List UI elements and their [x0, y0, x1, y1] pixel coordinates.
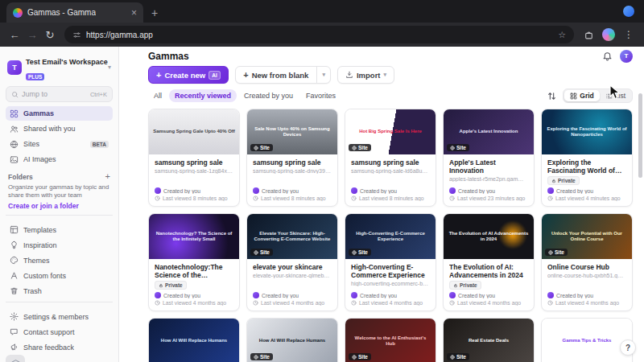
help-button[interactable]: ? [620, 339, 636, 356]
browser-tab[interactable]: Gammas - Gamma × [6, 2, 143, 23]
browser-menu-icon[interactable]: ⋮ [620, 29, 638, 40]
sort-icon[interactable] [547, 91, 557, 101]
bell-icon[interactable] [602, 51, 613, 61]
last-viewed-row: Last viewed 4 minutes ago [547, 195, 626, 201]
site-badge-label: Site [555, 249, 564, 255]
clock-icon [547, 195, 553, 201]
list-view-button[interactable]: List [600, 90, 631, 101]
nav-item-icon [10, 109, 19, 118]
card-thumbnail: Hot Big Spring Sale Is Here Site [345, 109, 436, 154]
gamma-card[interactable]: Welcome to the AI Enthusiast's Hub Site … [345, 318, 436, 362]
sidebar-nav-item[interactable]: Templates [6, 223, 113, 237]
create-new-button[interactable]: + Create new AI [148, 66, 229, 84]
card-body: The Evolution of AI: Advancements in 202… [444, 259, 534, 290]
site-info-icon[interactable] [72, 31, 81, 39]
sidebar-nav-item[interactable]: Custom fonts [6, 269, 113, 283]
sidebar-nav-item[interactable]: Gammas [6, 106, 113, 121]
browser-profile-badge[interactable] [623, 6, 634, 17]
gamma-card[interactable]: Exploring the Fascinating World of Nanop… [541, 109, 633, 207]
gamma-card[interactable]: Unlock Your Potential with Our Online Co… [541, 213, 633, 311]
filter-tab[interactable]: Recently viewed [169, 89, 237, 102]
nav-item-icon [10, 140, 19, 149]
new-from-blank-dropdown[interactable]: ▾ [316, 67, 330, 83]
bookmark-star-icon[interactable]: ☆ [558, 30, 566, 40]
last-viewed-text: Last viewed 4 minutes ago [555, 195, 620, 201]
gamma-card[interactable]: Samsung Spring Gale Upto 40% Off samsung… [148, 109, 240, 207]
workspace-switcher[interactable]: T Test Email's Workspace PLUS ▾ [6, 51, 113, 83]
sidebar-nav-item[interactable]: Trash [6, 284, 113, 298]
card-body: samsung spring sale samsung-spring-sale-… [345, 154, 436, 174]
import-label: Import [357, 71, 381, 80]
user-avatar[interactable]: T [620, 50, 633, 63]
browser-window: Gammas - Gamma × + ← → ↻ https://gamma.a… [0, 0, 644, 362]
last-viewed-row: Last viewed 8 minutes ago [253, 195, 332, 201]
thumbnail-text: Samsung Spring Gale Upto 40% Off [153, 129, 235, 135]
gamma-card[interactable]: Gamma Tips & Tricks Gamma Tips & Tricks [541, 318, 633, 362]
forward-button[interactable]: → [24, 29, 40, 41]
gamma-card[interactable]: High-Converting E-Commerce Experience Si… [345, 213, 436, 311]
card-thumbnail: Nanotechnology? The Science of the Infin… [149, 214, 239, 259]
filter-tab[interactable]: All [148, 89, 167, 102]
creator-avatar [155, 292, 161, 298]
thumbnail-text: How AI Will Replace Humans [259, 338, 325, 344]
sidebar-nav-item[interactable]: Inspiration [6, 238, 113, 253]
create-folder-link[interactable]: Create or join a folder [6, 200, 113, 212]
sidebar-nav: Gammas Shared with you Sites BETA AI Ima… [6, 106, 113, 167]
thumbnail-text: Unlock Your Potential with Our Online Co… [546, 231, 628, 243]
nav-item-icon [10, 256, 19, 265]
card-title: Online Course Hub [547, 263, 626, 271]
sidebar-nav-item[interactable]: AI Images [6, 152, 113, 167]
sidebar-nav-item[interactable]: Settings & members [6, 310, 113, 324]
creator-avatar [449, 292, 456, 298]
created-by-text: Created by you [262, 293, 299, 298]
ai-badge: AI [208, 71, 221, 80]
refresh-button[interactable]: ↻ [42, 29, 58, 41]
jump-to-search[interactable]: Ctrl+K [6, 86, 113, 102]
creator-avatar [253, 292, 259, 298]
sidebar-nav-item[interactable]: Shared with you [6, 121, 113, 136]
gamma-card[interactable]: Elevate Your Skincare: High-Converting E… [246, 213, 338, 311]
folders-title: Folders [8, 173, 33, 181]
gamma-card[interactable]: How AI Will Replace Humans How AI Will R… [148, 318, 240, 362]
sidebar-footer-nav: Settings & members Contact support Share… [6, 310, 113, 355]
page-title: Gammas [148, 51, 189, 62]
add-folder-button[interactable]: + [105, 172, 110, 181]
sidebar-nav-item[interactable]: Share feedback [6, 340, 113, 355]
sidebar-nav-item[interactable]: Themes [6, 253, 113, 268]
card-body: Exploring the Fascinating World of Nanop… [542, 154, 632, 185]
nav-item-label: AI Images [23, 155, 56, 163]
search-input[interactable] [22, 90, 87, 98]
gamma-card[interactable]: Hot Big Spring Sale Is Here Site samsung… [345, 109, 436, 207]
sidebar-nav-item[interactable]: Contact support [6, 325, 113, 339]
new-tab-button[interactable]: + [143, 2, 166, 23]
created-by-row: Created by you [253, 292, 332, 298]
back-button[interactable]: ← [6, 29, 23, 41]
nav-item-label: Shared with you [23, 125, 76, 133]
tab-close-icon[interactable]: × [131, 8, 137, 18]
extensions-puzzle-icon[interactable] [584, 30, 594, 40]
import-button[interactable]: Import ▾ [337, 66, 394, 84]
site-badge: Site [349, 353, 371, 360]
gamma-favicon-icon [13, 8, 23, 18]
sidebar-nav-item[interactable]: Sites BETA [6, 137, 113, 151]
gamma-card[interactable]: How AI Will Replace Humans Site How AI W… [246, 318, 338, 362]
scrollbar-thumb[interactable] [638, 93, 642, 178]
workspace-avatar: T [7, 60, 22, 75]
card-thumbnail: Samsung Spring Gale Upto 40% Off [149, 109, 239, 154]
site-badge: Site [447, 144, 469, 151]
gamma-card[interactable]: Real Estate Deals Site Real Estate Deals [443, 318, 535, 362]
filter-tab[interactable]: Favorites [300, 89, 341, 102]
gamma-card[interactable]: Sale Now Upto 40% on Samsung Devices Sit… [246, 109, 338, 207]
gamma-card[interactable]: The Evolution of AI Advancements in 2024… [443, 213, 535, 311]
gamma-card[interactable]: Apple's Latest Innovation Site Apple's L… [443, 109, 535, 207]
browser-avatar[interactable] [602, 28, 615, 41]
created-by-row: Created by you [253, 187, 332, 194]
address-bar[interactable]: https://gamma.app ☆ [64, 26, 574, 43]
card-thumbnail: High-Converting E-Commerce Experience Si… [345, 214, 436, 259]
grid-view-button[interactable]: Grid [564, 90, 599, 101]
last-viewed-text: Last viewed 4 months ago [163, 300, 226, 306]
filter-tab[interactable]: Created by you [238, 89, 299, 102]
new-from-blank-button[interactable]: + New from blank ▾ [235, 66, 331, 84]
gamma-card[interactable]: Nanotechnology? The Science of the Infin… [148, 213, 240, 311]
nav-item-icon [10, 241, 19, 249]
